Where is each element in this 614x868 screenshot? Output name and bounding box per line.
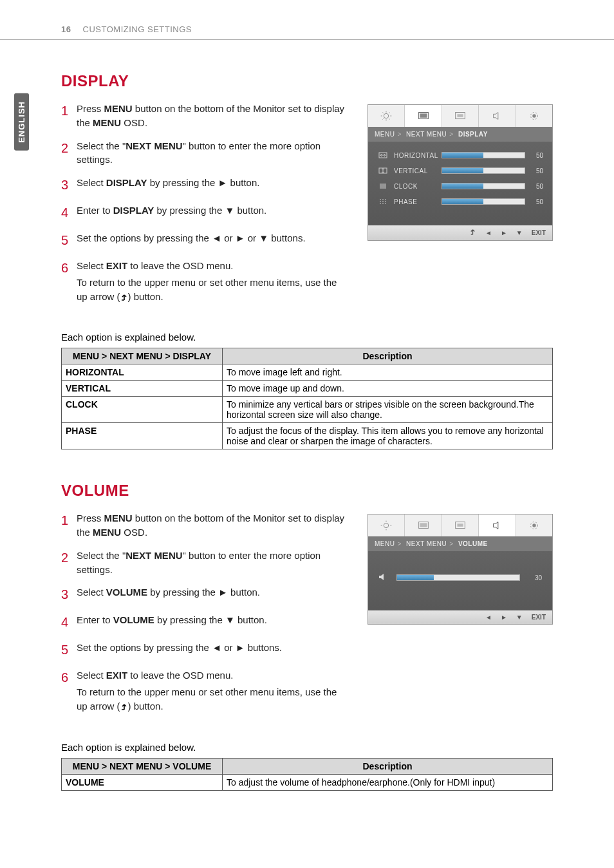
- osd-panel-volume: MENU> NEXT MENU> VOLUME 30 ◄ ► ▼ EXIT: [367, 514, 553, 625]
- osd-tabrow: [368, 105, 552, 127]
- step-text: Enter to VOLUME by pressing the ▼ button…: [77, 613, 349, 632]
- step-number: 5: [61, 231, 77, 250]
- table-row: VOLUMETo adjust the volume of headphone/…: [62, 774, 553, 790]
- table-head: MENU > NEXT MENU > DISPLAY: [62, 348, 223, 364]
- svg-line-5: [383, 113, 384, 113]
- osd-tab-settings-icon: [516, 105, 552, 127]
- step-number: 6: [61, 259, 77, 303]
- option-description: To move image left and right.: [223, 364, 553, 381]
- language-tab: ENGLISH: [14, 93, 29, 151]
- step-item: 3Select VOLUME by pressing the ► button.: [61, 585, 349, 604]
- osd-tab-brightness-icon: [368, 105, 405, 127]
- table-row: PHASETo adjust the focus of the display.…: [62, 423, 553, 449]
- step-subtext: To return to the upper menu or set other…: [77, 276, 349, 304]
- osd-row: VERTICAL50: [377, 166, 543, 175]
- osd-row: HORIZONTAL50: [377, 151, 543, 160]
- osd-tab-speaker-icon: [479, 514, 516, 536]
- step-subtext: To return to the upper menu or set other…: [77, 685, 349, 713]
- option-description: To adjust the focus of the display. This…: [223, 423, 553, 449]
- step-text: Press MENU button on the bottom of the M…: [77, 511, 349, 540]
- section-title-volume: VOLUME: [61, 482, 553, 500]
- up-arrow-icon: [120, 701, 128, 712]
- svg-rect-42: [457, 524, 463, 527]
- up-arrow-icon: [120, 291, 128, 302]
- osd-row-label: HORIZONTAL: [394, 152, 442, 159]
- svg-point-0: [384, 113, 389, 118]
- table-head: Description: [223, 348, 553, 364]
- option-name: PHASE: [62, 423, 223, 449]
- osd-slider: [442, 152, 525, 158]
- crumb: NEXT MENU: [406, 131, 447, 138]
- svg-line-6: [389, 118, 389, 119]
- svg-point-14: [532, 114, 536, 118]
- step-number: 2: [61, 549, 77, 577]
- crumb: MENU: [375, 131, 395, 138]
- svg-point-34: [384, 524, 389, 528]
- osd-slider: [442, 198, 525, 205]
- volume-value: 30: [526, 574, 542, 581]
- option-name: VOLUME: [62, 774, 223, 790]
- volume-bar: [396, 574, 520, 581]
- svg-rect-10: [420, 113, 427, 117]
- header-title: CUSTOMIZING SETTINGS: [83, 24, 192, 34]
- step-item: 4Enter to VOLUME by pressing the ▼ butto…: [61, 613, 349, 632]
- osd-down-icon: ▼: [516, 229, 523, 236]
- svg-rect-40: [420, 524, 427, 527]
- osd-row-label: PHASE: [394, 198, 442, 205]
- osd-left-icon: ◄: [485, 229, 492, 236]
- osd-body: HORIZONTAL50VERTICAL50CLOCK50PHASE50: [368, 142, 552, 225]
- speaker-mute-icon: [378, 573, 390, 582]
- osd-tab-volume-icon: [442, 105, 479, 127]
- step-item: 1Press MENU button on the bottom of the …: [61, 102, 349, 130]
- crumb: MENU: [375, 540, 395, 547]
- osd-row-icon: [377, 197, 389, 206]
- osd-tab-display-icon: [405, 514, 442, 536]
- step-text: Select the "NEXT MENU" button to enter t…: [77, 549, 349, 577]
- osd-left-icon: ◄: [485, 614, 492, 621]
- step-text: Set the options by pressing the ◄ or ► o…: [77, 231, 349, 250]
- step-number: 3: [61, 585, 77, 604]
- step-text: Select EXIT to leave the OSD menu.To ret…: [77, 668, 349, 713]
- option-description: To move image up and down.: [223, 381, 553, 397]
- osd-row-icon: [377, 166, 389, 175]
- step-number: 5: [61, 641, 77, 659]
- osd-slider: [442, 183, 525, 189]
- page-header: 16 CUSTOMIZING SETTINGS: [0, 0, 614, 40]
- crumb-active: VOLUME: [458, 540, 488, 547]
- svg-marker-46: [379, 574, 384, 580]
- options-table-display: MENU > NEXT MENU > DISPLAY Description H…: [61, 348, 553, 449]
- step-text: Select DISPLAY by pressing the ► button.: [77, 176, 349, 194]
- osd-row-value: 50: [525, 152, 543, 159]
- options-table-volume: MENU > NEXT MENU > VOLUME Description VO…: [61, 758, 553, 791]
- osd-exit-button: EXIT: [532, 229, 546, 236]
- steps-list-volume: 1Press MENU button on the bottom of the …: [61, 511, 349, 713]
- osd-body: 30: [368, 551, 552, 610]
- page-number: 16: [61, 24, 71, 34]
- step-item: 2Select the "NEXT MENU" button to enter …: [61, 139, 349, 167]
- table-row: VERTICALTo move image up and down.: [62, 381, 553, 397]
- svg-line-7: [383, 118, 384, 119]
- osd-row-value: 50: [525, 167, 543, 175]
- osd-tab-volume-icon: [442, 514, 479, 536]
- svg-marker-43: [494, 522, 498, 529]
- table-head: Description: [223, 758, 553, 774]
- step-item: 3Select DISPLAY by pressing the ► button…: [61, 176, 349, 194]
- step-item: 5Set the options by pressing the ◄ or ► …: [61, 641, 349, 659]
- explain-intro-display: Each option is explained below.: [61, 332, 553, 343]
- osd-breadcrumb-volume: MENU> NEXT MENU> VOLUME: [368, 536, 552, 551]
- explain-intro-volume: Each option is explained below.: [61, 742, 553, 753]
- osd-slider: [442, 167, 525, 174]
- crumb-active: DISPLAY: [458, 131, 488, 138]
- step-item: 4Enter to DISPLAY by pressing the ▼ butt…: [61, 203, 349, 222]
- step-item: 2Select the "NEXT MENU" button to enter …: [61, 549, 349, 577]
- osd-breadcrumb-display: MENU> NEXT MENU> DISPLAY: [368, 127, 552, 142]
- option-name: HORIZONTAL: [62, 364, 223, 381]
- osd-up-icon: [469, 229, 476, 237]
- step-number: 3: [61, 176, 77, 194]
- crumb: NEXT MENU: [406, 540, 447, 547]
- table-row: CLOCKTo minimize any vertical bars or st…: [62, 397, 553, 423]
- step-number: 1: [61, 511, 77, 540]
- table-head: MENU > NEXT MENU > VOLUME: [62, 758, 223, 774]
- step-text: Select EXIT to leave the OSD menu.To ret…: [77, 259, 349, 303]
- osd-tab-speaker-icon: [479, 105, 516, 127]
